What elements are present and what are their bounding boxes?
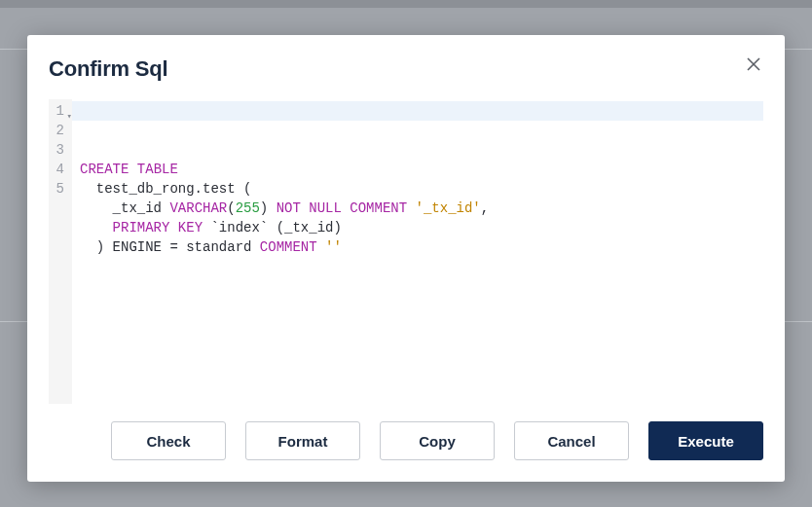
line-number: 4 [55, 160, 64, 179]
line-number: 3 [55, 140, 64, 160]
active-line-highlight [72, 101, 763, 121]
format-button[interactable]: Format [245, 421, 360, 460]
modal-header: Confirm Sql [49, 56, 763, 82]
line-number: 1▾ [55, 101, 64, 121]
modal-title: Confirm Sql [49, 56, 167, 82]
bg-header-band [0, 0, 812, 8]
line-number: 5 [55, 179, 64, 199]
cancel-button[interactable]: Cancel [514, 421, 629, 460]
code-line: CREATE TABLE [80, 160, 763, 179]
code-line: test_db_rong.test ( [80, 179, 763, 199]
close-icon [747, 57, 760, 71]
execute-button[interactable]: Execute [648, 421, 763, 460]
modal-footer: Check Format Copy Cancel Execute [49, 421, 763, 460]
confirm-sql-modal: Confirm Sql 1▾2345 CREATE TABLE test_db_… [27, 35, 785, 482]
sql-editor[interactable]: 1▾2345 CREATE TABLE test_db_rong.test ( … [49, 99, 763, 404]
close-button[interactable] [744, 54, 763, 74]
code-line: _tx_id VARCHAR(255) NOT NULL COMMENT '_t… [80, 199, 763, 218]
code-line: PRIMARY KEY `index` (_tx_id) [80, 218, 763, 237]
copy-button[interactable]: Copy [380, 421, 495, 460]
code-line: ) ENGINE = standard COMMENT '' [80, 237, 763, 257]
check-button[interactable]: Check [111, 421, 226, 460]
editor-gutter: 1▾2345 [49, 99, 72, 404]
line-number: 2 [55, 121, 64, 140]
editor-code-area[interactable]: CREATE TABLE test_db_rong.test ( _tx_id … [72, 99, 763, 404]
